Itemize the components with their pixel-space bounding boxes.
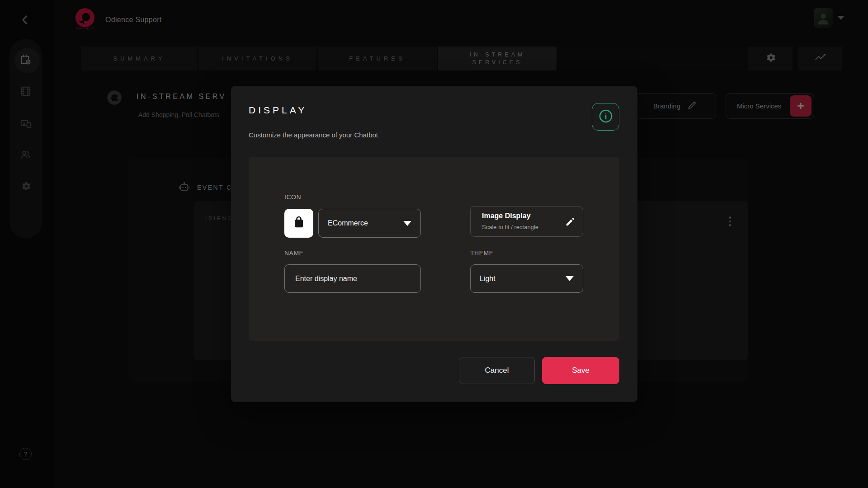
name-field-label: NAME [284,249,303,257]
save-button[interactable]: Save [542,357,619,384]
cancel-button[interactable]: Cancel [459,357,535,384]
save-label: Save [572,366,590,375]
icon-type-select[interactable]: ECommerce [318,209,421,238]
chatbot-icon-preview[interactable] [284,209,313,238]
shopping-bag-icon [291,214,307,232]
info-icon [598,108,613,126]
modal-subtitle: Customize the appearance of your Chatbot [249,131,378,139]
theme-select[interactable]: Light [470,264,583,293]
display-modal: DISPLAY Customize the appearance of your… [231,86,637,402]
display-name-input[interactable] [284,264,421,293]
image-display-title: Image Display [482,212,531,220]
theme-field-label: THEME [470,249,494,257]
image-display-card[interactable]: Image Display Scale to fit / rectangle [470,206,583,237]
modal-title: DISPLAY [249,105,307,116]
image-display-subtitle: Scale to fit / rectangle [482,224,538,230]
icon-select-value: ECommerce [328,219,368,227]
display-settings-panel: ICON ECommerce Image Display Scale to fi… [249,157,619,341]
chevron-down-icon [566,276,574,281]
cancel-label: Cancel [485,366,509,375]
icon-field-label: ICON [284,193,301,201]
info-button[interactable] [592,103,619,131]
pencil-edit-icon[interactable] [565,216,576,229]
chevron-down-icon [403,221,411,226]
theme-select-value: Light [480,275,495,283]
